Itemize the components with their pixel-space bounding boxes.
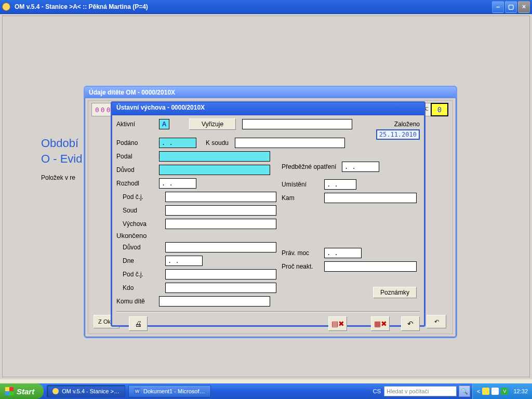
vychova-input[interactable] (165, 219, 276, 229)
kdo-input[interactable] (165, 283, 276, 293)
maximize-button[interactable]: ▢ (505, 1, 517, 13)
dialog-ustavni-vychova: Ústavní výchova - 0000/2010X Aktivní A V… (111, 101, 425, 327)
predbezne-date[interactable]: . . (342, 162, 379, 172)
u-podcj-input[interactable] (165, 269, 276, 280)
vyrizuje-input[interactable] (242, 119, 352, 129)
zalozeno-date: 25.11.2010 (376, 129, 420, 140)
taskbar: Start OM v.5.4 - Stanice >… W Dokument1 … (0, 383, 532, 399)
undo-icon: ↶ (407, 320, 414, 328)
windows-logo-icon (5, 387, 14, 395)
label-kam: Kam (282, 194, 324, 202)
label-podcj: Pod č.j. (116, 193, 165, 201)
label-predbezne: Předběžné opatření (282, 163, 342, 170)
label-ukonceno: Ukončeno (116, 232, 420, 240)
u-duvod-input[interactable] (165, 242, 276, 252)
tray-chevron-icon[interactable]: < (477, 388, 480, 394)
vek-value: 0 (431, 103, 448, 116)
print-icon: 🖨 (135, 320, 142, 328)
tray-icon-3[interactable]: V (501, 388, 508, 395)
label-umisteni: Umístění (282, 181, 324, 188)
word-icon: W (134, 388, 140, 394)
procneakt-input[interactable] (324, 261, 417, 272)
child-titlebar[interactable]: Údaje dítěte OM - 0000/2010X (85, 87, 456, 98)
label-dne: Dne (116, 257, 165, 264)
discard-button[interactable]: ▦✖ (371, 316, 390, 331)
komu-input[interactable] (159, 296, 270, 307)
label-podano: Podáno (116, 139, 159, 147)
label-rozhodl: Rozhodl (116, 180, 159, 187)
dialog-titlebar[interactable]: Ústavní výchova - 0000/2010X (112, 103, 424, 115)
print-button[interactable]: 🖨 (129, 316, 148, 331)
podal-input[interactable] (159, 151, 270, 162)
taskbar-om-icon (52, 388, 59, 394)
duvod-input[interactable] (159, 165, 270, 175)
dne-date[interactable]: . . (165, 256, 203, 266)
taskbar-om-label: OM v.5.4 - Stanice >… (62, 388, 119, 394)
tray-icon-2[interactable] (491, 388, 499, 395)
system-tray: < V 12:32 (472, 383, 532, 399)
search-icon: 🔍 (461, 388, 468, 395)
podano-date[interactable]: . . (159, 138, 196, 148)
bg-obdobi: Období (41, 137, 78, 150)
taskbar-word-label: Dokument1 - Microsof… (143, 388, 205, 394)
poznamky-button[interactable]: Poznámky (373, 287, 417, 298)
rozhodl-date[interactable]: . . (159, 178, 196, 189)
kam-input[interactable] (324, 193, 417, 203)
start-label: Start (17, 387, 34, 396)
taskbar-item-word[interactable]: W Dokument1 - Microsof… (128, 385, 211, 397)
main-titlebar[interactable]: OM v.5.4 - Stanice >A< :: Pěkná Martina … (0, 0, 532, 14)
main-window: OM v.5.4 - Stanice >A< :: Pěkná Martina … (0, 0, 532, 379)
dialog-title: Ústavní výchova - 0000/2010X (116, 104, 205, 111)
umisteni-date[interactable]: . . (324, 179, 356, 190)
soud-input[interactable] (165, 205, 276, 216)
undo-dialog-button[interactable]: ↶ (401, 316, 420, 331)
label-zalozeno: Založeno (394, 121, 420, 128)
main-title: OM v.5.4 - Stanice >A< :: Pěkná Martina … (12, 3, 492, 10)
child-title: Údaje dítěte OM - 0000/2010X (89, 89, 175, 96)
label-duvod: Důvod (116, 166, 159, 174)
delete-record-icon: ▤✖ (331, 320, 344, 328)
label-u-podcj: Pod č.j. (116, 271, 165, 278)
label-vychova: Výchova (116, 220, 165, 228)
label-podal: Podal (116, 153, 159, 160)
podcj-input[interactable] (165, 192, 276, 202)
label-procneakt: Proč neakt. (282, 263, 324, 270)
label-komu: Komu dítě (116, 298, 159, 305)
minimize-button[interactable]: – (492, 1, 504, 13)
vyrizuje-button[interactable]: Vyřizuje (189, 118, 236, 130)
label-soud: Soud (116, 207, 165, 214)
clock[interactable]: 12:32 (510, 388, 528, 394)
tray-icon-1[interactable] (482, 388, 489, 395)
search-input[interactable]: Hledat v počítači (384, 386, 457, 396)
aktivni-indicator: A (159, 119, 169, 129)
label-aktivni: Aktivní (116, 121, 159, 128)
pravmoc-date[interactable]: . . (324, 248, 362, 258)
label-ksoudu: K soudu (206, 139, 235, 147)
close-button[interactable]: × (518, 1, 530, 13)
label-kdo: Kdo (116, 284, 165, 291)
undo-button[interactable]: ↶ (427, 315, 446, 328)
start-button[interactable]: Start (0, 383, 44, 399)
label-pravmoc: Práv. moc (282, 249, 324, 257)
ksoudu-input[interactable] (235, 138, 345, 148)
search-button[interactable]: 🔍 (459, 385, 470, 397)
language-indicator[interactable]: CS (370, 388, 384, 394)
bg-polozek: Položek v re (41, 174, 75, 181)
app-icon (2, 3, 10, 11)
search-placeholder: Hledat v počítači (387, 388, 429, 394)
divider (116, 311, 420, 312)
discard-icon: ▦✖ (374, 320, 387, 328)
label-u-duvod: Důvod (116, 244, 165, 251)
main-client: Období O - Evid Položek v re Údaje dítět… (2, 16, 530, 377)
delete-record-button[interactable]: ▤✖ (328, 316, 347, 331)
bg-oevid: O - Evid (41, 152, 82, 166)
taskbar-item-om[interactable]: OM v.5.4 - Stanice >… (47, 385, 125, 397)
